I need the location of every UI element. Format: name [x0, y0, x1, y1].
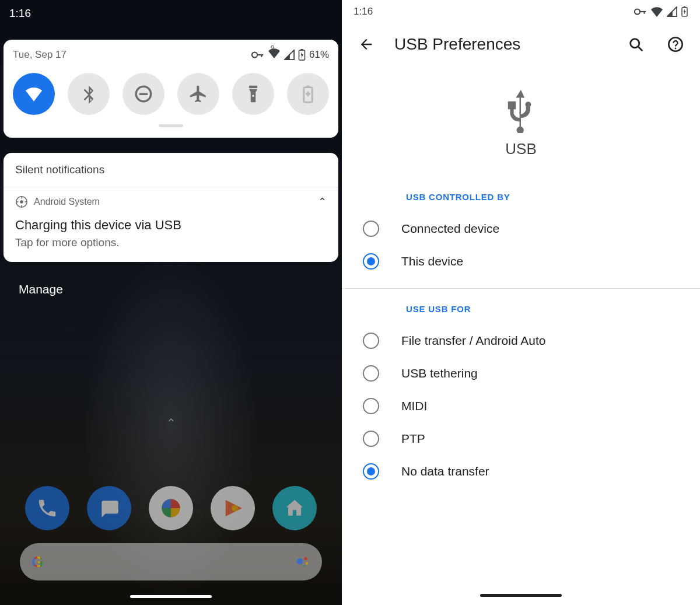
google-search-bar[interactable]: G: [20, 543, 322, 580]
use-usb-options: File transfer / Android AutoUSB tetherin…: [342, 324, 700, 488]
option-label: USB tethering: [401, 366, 478, 380]
svg-rect-20: [684, 6, 686, 8]
android-system-icon: [15, 195, 28, 208]
use-usb-option[interactable]: USB tethering: [342, 357, 700, 390]
qs-dnd[interactable]: [123, 73, 164, 115]
app-drawer-caret-icon[interactable]: ⌃: [166, 416, 176, 430]
dnd-icon: [134, 84, 153, 104]
svg-point-10: [20, 200, 23, 204]
quick-settings-panel[interactable]: Tue, Sep 17 G 61%: [4, 40, 338, 138]
qs-airplane[interactable]: [177, 73, 219, 115]
help-button[interactable]: [664, 33, 687, 56]
qs-battery-saver[interactable]: [287, 73, 329, 115]
status-time: 1:16: [354, 6, 373, 18]
search-icon: [628, 36, 644, 53]
qs-wifi[interactable]: [13, 73, 55, 115]
search-button[interactable]: [624, 33, 648, 56]
silent-notifications-card: Silent notifications Android System ⌃ Ch…: [4, 153, 338, 262]
svg-line-22: [638, 47, 642, 50]
use-usb-option[interactable]: File transfer / Android Auto: [342, 324, 700, 357]
svg-point-0: [252, 52, 257, 57]
google-logo-icon: G: [32, 553, 43, 571]
radio-icon[interactable]: [363, 221, 379, 237]
cell-signal-icon: [284, 50, 295, 60]
status-time: 1:16: [9, 7, 31, 20]
back-button[interactable]: [355, 33, 378, 56]
radio-icon[interactable]: [363, 463, 379, 480]
use-usb-option[interactable]: PTP: [342, 422, 700, 455]
usb-controlled-option[interactable]: This device: [342, 245, 700, 278]
notification-usb[interactable]: Android System ⌃ Charging this device vi…: [4, 187, 338, 262]
radio-icon[interactable]: [363, 431, 379, 447]
option-label: PTP: [401, 432, 425, 446]
notif-title: Charging this device via USB: [15, 218, 327, 233]
usb-controlled-option[interactable]: Connected device: [342, 212, 700, 245]
statusbar-right: 1:16: [342, 0, 700, 23]
silent-header: Silent notifications: [4, 153, 338, 187]
bluetooth-icon: [79, 84, 99, 104]
radio-icon[interactable]: [363, 333, 379, 349]
phone-icon: [36, 497, 58, 519]
shade-status-icons: G 61%: [251, 48, 329, 61]
divider: [342, 288, 700, 289]
dock-play-music[interactable]: [211, 486, 255, 530]
vpn-key-icon: [251, 51, 264, 59]
shade-handle[interactable]: [159, 124, 183, 127]
appbar: USB Preferences: [342, 23, 700, 62]
cell-signal-icon: [667, 6, 677, 17]
wifi-icon: [650, 6, 663, 17]
flashlight-icon: [243, 84, 263, 104]
dock-messages[interactable]: [87, 486, 131, 530]
svg-point-12: [297, 558, 303, 564]
usb-icon: [503, 90, 538, 133]
dock-photos[interactable]: [149, 486, 193, 530]
option-label: File transfer / Android Auto: [401, 334, 545, 348]
battery-charging-icon: [681, 6, 688, 17]
svg-rect-18: [644, 11, 645, 14]
shade-date: Tue, Sep 17: [13, 49, 66, 61]
svg-point-15: [303, 565, 305, 567]
photos-icon: [159, 496, 183, 520]
dock-phone[interactable]: [25, 486, 69, 530]
vpn-key-icon: [634, 6, 647, 17]
notif-subtitle: Tap for more options.: [15, 236, 327, 249]
svg-rect-2: [261, 54, 262, 57]
play-music-icon: [220, 496, 245, 520]
nav-gesture-pill[interactable]: [130, 595, 212, 598]
battery-charging-icon: [298, 49, 306, 61]
section-use-usb-for: USE USB FOR: [342, 304, 700, 314]
battery-saver-icon: [298, 84, 318, 104]
airplane-icon: [188, 84, 208, 104]
svg-point-13: [304, 557, 307, 561]
notif-app-name: Android System: [34, 197, 100, 207]
usb-hero: USB: [342, 90, 700, 158]
nav-gesture-pill[interactable]: [480, 594, 562, 597]
radio-icon[interactable]: [363, 253, 379, 270]
help-icon: [667, 36, 684, 53]
assistant-icon[interactable]: [295, 554, 310, 569]
usb-hero-label: USB: [342, 140, 700, 158]
usb-controlled-options: Connected deviceThis device: [342, 212, 700, 278]
page-title: USB Preferences: [394, 35, 608, 54]
option-label: Connected device: [401, 222, 499, 236]
option-label: This device: [401, 254, 463, 268]
collapse-icon[interactable]: ⌃: [318, 195, 327, 208]
qs-bluetooth[interactable]: [68, 73, 110, 115]
svg-rect-4: [300, 49, 303, 51]
svg-point-16: [635, 9, 640, 14]
qs-flashlight[interactable]: [232, 73, 274, 115]
manage-button[interactable]: Manage: [19, 282, 63, 296]
dock-home[interactable]: [272, 486, 317, 530]
use-usb-option[interactable]: MIDI: [342, 390, 700, 422]
radio-icon[interactable]: [363, 398, 379, 414]
back-arrow-icon: [358, 36, 374, 53]
home-dock: [0, 486, 342, 530]
svg-rect-6: [139, 93, 148, 95]
home-icon: [284, 497, 306, 519]
battery-percent: 61%: [309, 49, 329, 61]
left-screen: 1:16 Tue, Sep 17 G 61%: [0, 0, 342, 605]
radio-icon[interactable]: [363, 365, 379, 382]
svg-point-11: [232, 505, 238, 511]
messages-icon: [98, 497, 120, 519]
use-usb-option[interactable]: No data transfer: [342, 455, 700, 488]
